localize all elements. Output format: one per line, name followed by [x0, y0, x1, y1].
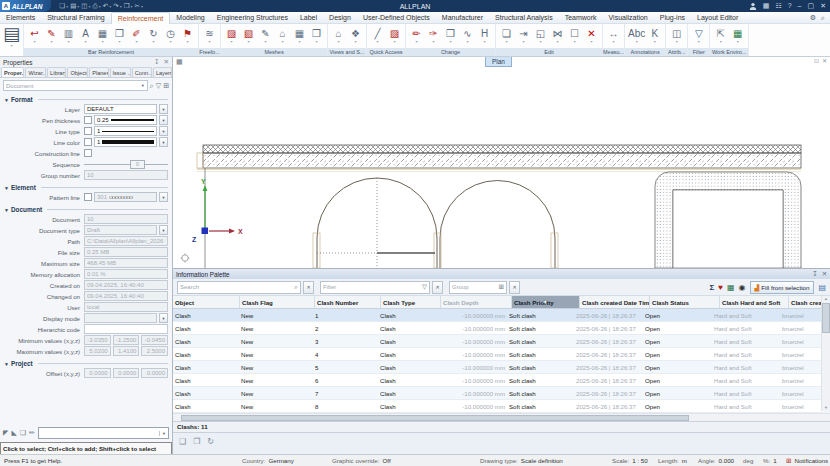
column-header[interactable]: Clash Type [381, 296, 441, 308]
menu-item[interactable]: Structural Analysis [489, 12, 559, 23]
column-header[interactable]: Clash Flag [240, 296, 315, 308]
line-icon[interactable]: ╱ ▾ [370, 27, 385, 44]
bar-label-icon[interactable]: A ▾ [78, 27, 93, 44]
layout-arrow-icon[interactable]: ⇱ ▾ [713, 27, 728, 44]
report-icon[interactable]: ❏ [179, 437, 186, 446]
section-format[interactable]: ▼ Format [4, 96, 168, 103]
select-box-icon[interactable]: ☐ ▾ [567, 27, 582, 44]
line-type-select[interactable]: 1 [94, 126, 157, 136]
filter-input[interactable]: Filter ▽ [320, 281, 430, 294]
work-screen-icon[interactable]: ▦ ▾ [730, 27, 745, 44]
print-icon[interactable]: ⎙ ▾ [93, 1, 101, 11]
drawing-canvas[interactable]: ▦ Plan ⊡ ✕ [173, 57, 830, 268]
help-icon[interactable]: ? [788, 0, 792, 12]
properties-tab[interactable]: Planes [89, 67, 108, 77]
line-color-select[interactable]: 1 [94, 137, 157, 147]
tools-icon[interactable]: ✂ ▾ [135, 1, 143, 11]
measure-icon[interactable]: ↔ ▾ [606, 27, 621, 44]
viewport-tab-plan[interactable]: Plan [485, 56, 512, 67]
menu-item[interactable]: Layout Editor [691, 12, 744, 23]
menu-item[interactable]: User-Defined Objects [357, 12, 436, 23]
clear-filter-button[interactable]: ✕ [432, 281, 443, 294]
clear-search-button[interactable]: ✕ [303, 281, 314, 294]
table-row[interactable]: Clash New 3 Clash -10.000000 mm Soft cla… [173, 335, 822, 348]
spline-icon[interactable]: ∿ ▾ [460, 27, 475, 44]
brush-icon[interactable]: ✏ [29, 429, 35, 437]
menu-item[interactable]: Manufacturer [436, 12, 489, 23]
leader-icon[interactable]: K ▾ [647, 27, 662, 44]
export-icon[interactable]: ❐ [193, 437, 200, 446]
column-header[interactable]: Clash Status [650, 296, 720, 308]
bar-schema-icon[interactable]: ▦ ▾ [95, 27, 110, 44]
table-row[interactable]: Clash New 6 Clash -10.000000 mm Soft cla… [173, 374, 822, 387]
undo-icon[interactable]: ↶ ▾ [103, 1, 111, 11]
favorites-combobox[interactable]: ▼ [38, 427, 169, 439]
viewport-close-icon[interactable]: ✕ [822, 57, 827, 64]
save-icon[interactable]: ◫ ▾ [81, 1, 90, 11]
menu-item[interactable]: Label [294, 12, 323, 23]
scrollbar-thumb[interactable] [822, 303, 830, 333]
dropdown-caret-icon[interactable]: ▼ [159, 126, 168, 136]
clear-group-button[interactable]: ✕ [509, 281, 520, 294]
sum-sigma-icon[interactable]: Σ [709, 282, 714, 293]
notifications-button[interactable]: ⊞ Notifications [786, 455, 828, 466]
compass-icon[interactable] [181, 254, 190, 263]
hatch-icon[interactable]: ▨ ▾ [387, 27, 402, 44]
user-icon[interactable] [749, 2, 757, 10]
menu-item[interactable]: Teamwork [559, 12, 603, 23]
section-element[interactable]: ▼ Element [4, 184, 168, 191]
column-header-clash-priority[interactable]: Clash Priority ➤ [512, 296, 580, 308]
layer-select[interactable]: DEFAULT [84, 104, 157, 114]
properties-tab[interactable]: Wizar... [25, 67, 46, 77]
mesh-place-icon[interactable]: ▨ ▾ [224, 27, 239, 44]
properties-tab[interactable]: Library [47, 67, 66, 77]
scale-status[interactable]: Scale:1 : 50 [612, 455, 648, 466]
pattern-line-select[interactable]: 301OOOOOOOO [94, 192, 157, 202]
column-header[interactable]: Clash Number [315, 296, 381, 308]
open-file-icon[interactable]: ▤ ▾ [70, 1, 79, 11]
panel-icon[interactable]: ▤ [818, 282, 826, 293]
match-props-icon[interactable]: ◤ [3, 429, 8, 437]
menu-item[interactable]: Elements [0, 12, 41, 23]
bar-bending-icon[interactable]: ↩ ▾ [27, 27, 42, 44]
refresh-icon[interactable]: ↻ [207, 437, 214, 446]
clash-check-icon[interactable]: ♥ [718, 282, 723, 293]
length-status[interactable]: Length:m [658, 455, 687, 466]
mirror-icon[interactable]: ⋈ ▾ [550, 27, 565, 44]
menu-item[interactable]: Modeling [170, 12, 210, 23]
table-row[interactable]: Clash New 2 Clash -10.000000 mm Soft cla… [173, 322, 822, 335]
copy-icon[interactable]: ❐ ▾ [124, 1, 133, 11]
pin-icon[interactable]: ✑ ▾ [426, 27, 441, 44]
properties-tab[interactable]: Layers [153, 67, 172, 77]
properties-tab[interactable]: Conn... [132, 67, 152, 77]
bar-pen-icon[interactable]: ✎ ▾ [44, 27, 59, 44]
sequence-slider[interactable]: 0 [84, 160, 168, 169]
expand-icon[interactable]: ⊞ [163, 82, 169, 90]
menu-item[interactable]: Reinforcement [111, 12, 171, 24]
filter-funnel-icon[interactable]: ▽ ▾ [691, 27, 706, 44]
scrollbar-thumb[interactable] [181, 415, 689, 421]
viewport-pin-icon[interactable]: ⊡ [814, 57, 819, 64]
apps-icon[interactable]: ▦ [763, 0, 770, 12]
align-icon[interactable]: ⇥ ▾ [516, 27, 531, 44]
store-icon[interactable]: ☷ [775, 0, 781, 12]
scroll-down-arrow[interactable]: ▼ [824, 405, 828, 411]
pen-thickness-select[interactable]: 0.25 [94, 115, 157, 125]
column-header[interactable]: Clash Hard and Soft [720, 296, 789, 308]
construction-line-checkbox[interactable] [84, 149, 92, 157]
new-file-icon[interactable]: ❏ ▾ [59, 1, 68, 11]
viewport-icon[interactable]: ▦ [176, 58, 183, 66]
table-row[interactable]: Clash New 5 Clash -10.000000 mm Soft cla… [173, 361, 822, 374]
house-icon[interactable]: ⌂ ▾ [331, 27, 346, 44]
dropdown-caret-icon[interactable]: ▼ [159, 137, 168, 147]
line-color-checkbox[interactable] [84, 138, 92, 146]
percent-status[interactable]: %:1 [763, 455, 777, 466]
delete-icon[interactable]: ✕ ▾ [584, 27, 599, 44]
pen-thickness-checkbox[interactable] [84, 116, 92, 124]
clipboard-icon[interactable]: ❏ [20, 429, 26, 437]
bar-schema-copy-icon[interactable]: ❐ ▾ [112, 27, 127, 44]
scroll-up-arrow[interactable]: ▲ [824, 296, 828, 302]
menu-item[interactable]: Design [323, 12, 357, 23]
mesh-edit-icon[interactable]: ▧ ▾ [241, 27, 256, 44]
freeform-mesh-icon[interactable]: ≋ ▾ [202, 27, 217, 44]
